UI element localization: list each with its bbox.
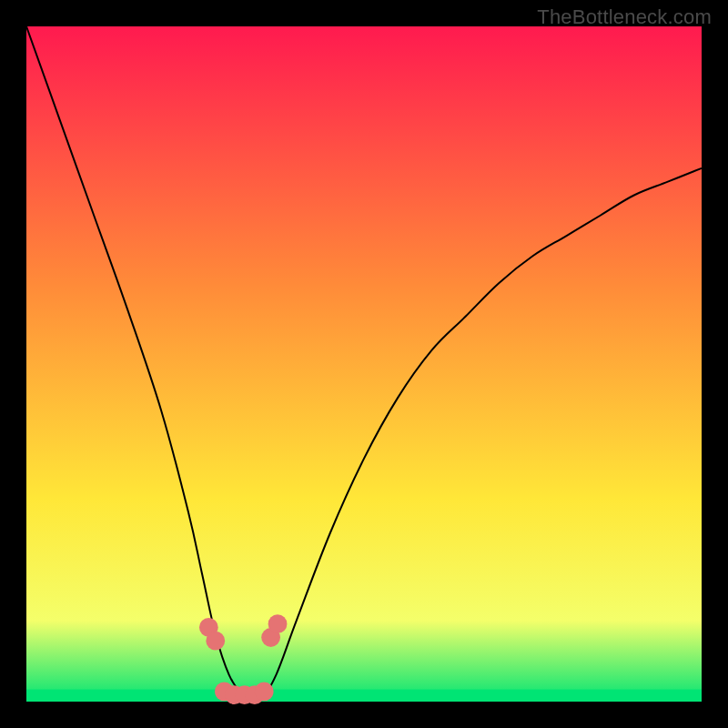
highlight-marker [268, 614, 288, 633]
green-base-band [26, 690, 702, 702]
chart-container: TheBottleneck.com [0, 0, 728, 728]
bottleneck-chart [0, 0, 728, 728]
highlight-marker [255, 682, 274, 701]
watermark-text: TheBottleneck.com [537, 5, 712, 29]
plot-area [26, 26, 702, 702]
highlight-marker [206, 632, 225, 651]
